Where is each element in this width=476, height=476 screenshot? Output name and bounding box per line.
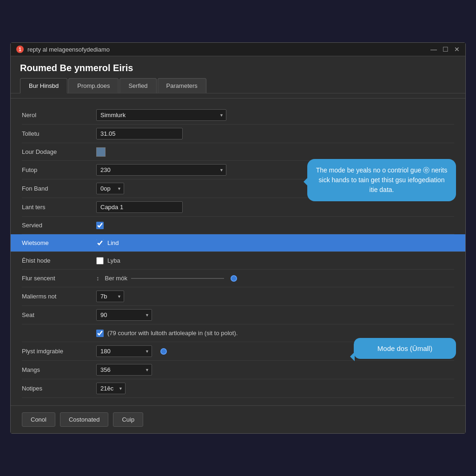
select-notipes[interactable]: 21ēc — [96, 383, 126, 394]
window-title: Roumed Be ynmerol Eiris — [20, 63, 456, 73]
label-lant-ters: Lant ters — [22, 204, 96, 211]
row-notipes: Notipes 21ēc — [22, 379, 454, 398]
input-tolletu[interactable] — [96, 128, 183, 139]
ehist-hode-text: Lyba — [107, 257, 120, 264]
conol-button[interactable]: Conol — [22, 412, 55, 427]
control-nerol: Simmlurk — [96, 109, 454, 121]
control-seat: 90 — [96, 309, 454, 321]
label-ehist-hode: Ēhist hode — [22, 257, 96, 264]
color-picker-lour-dodage[interactable] — [96, 147, 106, 157]
control-wietsome: Lind — [96, 239, 454, 247]
window-header: Roumed Be ynmerol Eiris Bur Hinsbd Promp… — [11, 56, 465, 99]
select-wrapper-mangs: 356 — [96, 364, 152, 376]
label-nerol: Nerol — [22, 112, 96, 119]
control-lant-ters — [96, 201, 454, 213]
checkbox-servied[interactable] — [96, 222, 104, 229]
control-check-desc: (79 courtor with lultoth artloleaple in … — [22, 330, 454, 337]
row-wietsome: Wietsome Lind — [11, 234, 465, 252]
main-window: 1 repty al melageensofydediamo — ☐ ✕ Rou… — [10, 42, 466, 434]
titlebar-text: repty al melageensofydediamo — [27, 46, 427, 53]
label-wietsome: Wietsome — [22, 239, 96, 246]
select-wrapper-notipes: 21ēc — [96, 383, 126, 394]
cuip-button[interactable]: Cuip — [113, 412, 143, 427]
label-tolletu: Tolletu — [22, 130, 96, 137]
control-servied — [96, 222, 454, 229]
maximize-button[interactable]: ☐ — [443, 46, 449, 53]
control-flur-sencent: ↕ Ber mók — [96, 275, 454, 282]
label-malierms-not: Malierms not — [22, 293, 96, 300]
label-futop: Futop — [22, 166, 96, 173]
select-wrapper-malierms-not: 7b — [96, 291, 124, 302]
select-plyst-imdgrable[interactable]: 180 — [96, 345, 152, 357]
control-ehist-hode: Lyba — [96, 257, 454, 264]
select-wrapper-nerol: Simmlurk — [96, 109, 226, 121]
app-icon: 1 — [16, 46, 24, 53]
slider-icon: ↕ — [96, 275, 99, 282]
checkbox-wietsome[interactable] — [96, 239, 104, 247]
label-servied: Servied — [22, 222, 96, 229]
label-seat: Seat — [22, 311, 96, 318]
footer-buttons: Conol Costonated Cuip — [11, 405, 465, 433]
select-wrapper-seat: 90 — [96, 309, 152, 321]
control-lour-dodage — [96, 147, 454, 157]
close-button[interactable]: ✕ — [454, 46, 460, 53]
row-malierms-not: Malierms not 7b — [22, 287, 454, 306]
slider-dot-plyst[interactable] — [160, 348, 167, 355]
label-plyst-imdgrable: Plyst imdgrable — [22, 348, 96, 355]
input-lant-ters[interactable] — [96, 201, 183, 213]
select-futop[interactable]: 230 — [96, 164, 226, 176]
row-ehist-hode: Ēhist hode Lyba — [22, 252, 454, 270]
row-mangs: Mangs 356 — [22, 361, 454, 379]
label-lour-dodage: Lour Dodage — [22, 148, 96, 155]
control-mangs: 356 — [96, 364, 454, 376]
slider-label: Ber mók — [105, 275, 127, 282]
slider-line — [131, 278, 224, 279]
minimize-button[interactable]: — — [430, 46, 437, 53]
check-desc-text: (79 courtor with lultoth artloleaple in … — [107, 330, 238, 337]
select-seat[interactable]: 90 — [96, 309, 152, 321]
tab-bar: Bur Hinsbd Promp.does Serfied Parameters — [11, 78, 465, 93]
slider-dot[interactable] — [231, 275, 237, 282]
select-malierms-not[interactable]: 7b — [96, 291, 124, 302]
row-tolletu: Tolletu — [22, 125, 454, 143]
tab-promp-does[interactable]: Promp.does — [68, 78, 119, 93]
row-lour-dodage: Lour Dodage — [22, 143, 454, 161]
tab-parameters[interactable]: Parameters — [158, 78, 206, 93]
select-wrapper-plyst: 180 — [96, 345, 152, 357]
row-servied: Servied — [22, 217, 454, 234]
checkbox-ehist-hode[interactable] — [96, 257, 104, 264]
row-nerol: Nerol Simmlurk — [22, 106, 454, 125]
tooltip-bubble-1: The mode be yeals no o contriol gue ⓔ ne… — [307, 159, 456, 201]
checkbox-check-desc[interactable] — [96, 330, 104, 337]
tooltip-bubble-2: Mode dos (Ūmall) — [354, 338, 456, 359]
select-nerol[interactable]: Simmlurk — [96, 109, 226, 121]
control-notipes: 21ēc — [96, 383, 454, 394]
select-mangs[interactable]: 356 — [96, 364, 152, 376]
window-controls: — ☐ ✕ — [430, 46, 460, 53]
row-seat: Seat 90 — [22, 306, 454, 324]
select-wrapper-futop: 230 — [96, 164, 226, 176]
label-flur-sencent: Flur sencent — [22, 275, 96, 282]
titlebar: 1 repty al melageensofydediamo — ☐ ✕ — [11, 43, 465, 56]
tab-serfied[interactable]: Serfied — [119, 78, 156, 93]
form-content: Nerol Simmlurk Tolletu Lour Dodage — [11, 99, 465, 405]
row-flur-sencent: Flur sencent ↕ Ber mók — [22, 270, 454, 287]
label-fon-band: Fon Band — [22, 185, 96, 192]
select-wrapper-fon-band: 0op — [96, 183, 124, 194]
select-fon-band[interactable]: 0op — [96, 183, 124, 194]
control-malierms-not: 7b — [96, 291, 454, 302]
control-tolletu — [96, 128, 454, 139]
costonated-button[interactable]: Costonated — [60, 412, 109, 427]
tab-bur-hinsbd[interactable]: Bur Hinsbd — [20, 78, 67, 93]
label-notipes: Notipes — [22, 385, 96, 392]
label-mangs: Mangs — [22, 366, 96, 373]
wietsome-text: Lind — [107, 239, 119, 246]
